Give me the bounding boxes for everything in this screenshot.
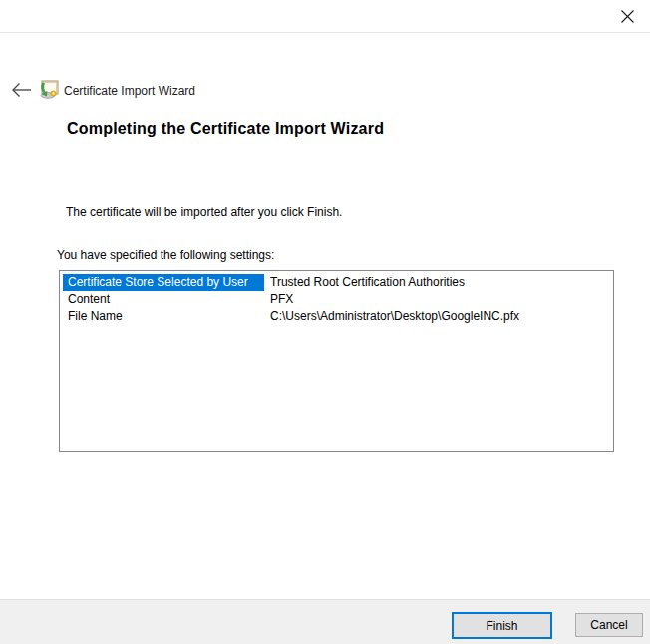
- finish-button[interactable]: Finish: [452, 612, 552, 639]
- close-button[interactable]: [606, 0, 648, 32]
- page-title: Completing the Certificate Import Wizard: [67, 120, 384, 138]
- setting-name: Content: [63, 291, 264, 308]
- certificate-import-wizard-icon: [39, 80, 59, 99]
- setting-value: C:\Users\Administrator\Desktop\GoogleINC…: [264, 308, 519, 325]
- settings-listbox[interactable]: Certificate Store Selected by User Trust…: [59, 270, 614, 452]
- settings-row-file-name[interactable]: File Name C:\Users\Administrator\Desktop…: [60, 308, 613, 325]
- close-x-icon: [620, 9, 635, 24]
- settings-row-content[interactable]: Content PFX: [60, 291, 613, 308]
- titlebar: [0, 0, 650, 33]
- settings-label: You have specified the following setting…: [57, 248, 274, 262]
- certificate-import-wizard-window: Certificate Import Wizard Completing the…: [0, 0, 650, 644]
- cancel-button[interactable]: Cancel: [575, 613, 643, 637]
- setting-name: File Name: [63, 308, 264, 325]
- description-text: The certificate will be imported after y…: [66, 205, 342, 219]
- setting-name: Certificate Store Selected by User: [63, 274, 264, 291]
- setting-value: Trusted Root Certification Authorities: [264, 274, 465, 291]
- wizard-header-title: Certificate Import Wizard: [64, 84, 195, 98]
- back-arrow-icon: [11, 82, 33, 98]
- settings-row-certificate-store[interactable]: Certificate Store Selected by User Trust…: [60, 274, 613, 291]
- back-button[interactable]: [8, 78, 36, 102]
- wizard-header: Certificate Import Wizard: [0, 34, 650, 70]
- setting-value: PFX: [264, 291, 293, 308]
- footer-bar: [0, 599, 650, 644]
